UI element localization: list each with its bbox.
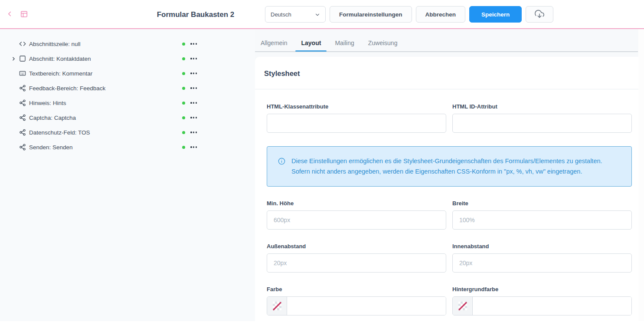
- width-input[interactable]: [452, 210, 632, 230]
- field-color: Farbe: [267, 286, 446, 315]
- info-icon: [278, 158, 285, 177]
- header-controls: Deutsch Formulareinstellungen Abbrechen …: [265, 6, 553, 23]
- item-menu-button[interactable]: [190, 86, 197, 89]
- field-label: Außenabstand: [267, 243, 446, 250]
- field-label: Innenabstand: [452, 243, 632, 250]
- item-menu-button[interactable]: [190, 57, 197, 60]
- sidebar-item-label: Abschnitt: Kontaktdaten: [29, 56, 91, 62]
- html-id-input[interactable]: [452, 114, 632, 133]
- field-label: HTML-Klassenattribute: [267, 103, 446, 110]
- sidebar-item-label: Senden: Senden: [29, 144, 73, 151]
- sidebar-item-abschnitt[interactable]: Abschnitt: Kontaktdaten: [0, 51, 208, 66]
- field-html-classes: HTML-Klassenattribute: [267, 103, 446, 133]
- background-color-picker-button[interactable]: [453, 297, 473, 315]
- language-select[interactable]: Deutsch: [265, 6, 326, 23]
- tab-mailing[interactable]: Mailing: [329, 29, 360, 51]
- page-title: Formular Baukasten 2: [157, 0, 235, 29]
- field-html-id: HTML ID-Attribut: [452, 103, 632, 133]
- header-left-icons: [6, 0, 28, 29]
- sidebar-item-label: Feedback-Bereich: Feedback: [29, 85, 105, 92]
- share-icon: [19, 144, 26, 151]
- field-width: Breite: [452, 200, 632, 230]
- sidebar-item-label: Abschnittszeile: null: [29, 41, 81, 47]
- sidebar-item-label: Captcha: Captcha: [29, 115, 76, 121]
- cancel-button[interactable]: Abbrechen: [416, 6, 466, 23]
- language-select-value: Deutsch: [271, 11, 291, 18]
- info-text: Diese Einstellungen ermöglichen es die S…: [291, 156, 614, 177]
- cloud-download-icon: [535, 9, 544, 20]
- item-menu-button[interactable]: [190, 101, 197, 104]
- sidebar-item-label: Textbereich: Kommentar: [29, 70, 92, 77]
- section-heading: Stylesheet: [264, 69, 644, 78]
- tab-zuweisung[interactable]: Zuweisung: [363, 29, 403, 51]
- scrollbar-track[interactable]: [638, 29, 644, 321]
- sidebar-item-label: Datenschutz-Feld: TOS: [29, 129, 90, 136]
- status-dot: [182, 87, 185, 90]
- tab-allgemein[interactable]: Allgemein: [255, 29, 293, 51]
- workspace: Abschnittszeile: null Abschnitt: Kontakt…: [0, 29, 644, 321]
- color-input[interactable]: [287, 297, 446, 315]
- stylesheet-card: Stylesheet HTML-Klassenattribute HTML ID…: [255, 57, 644, 321]
- back-button[interactable]: [6, 10, 13, 19]
- sidebar-item-label: Hinweis: Hints: [29, 100, 66, 106]
- sidebar-item-senden[interactable]: Senden: Senden: [0, 140, 208, 154]
- status-dot: [182, 102, 185, 105]
- sidebar-item-datenschutz[interactable]: Datenschutz-Feld: TOS: [0, 125, 208, 140]
- tab-bar: Allgemein Layout Mailing Zuweisung: [255, 29, 644, 52]
- field-label: Hintergrundfarbe: [452, 286, 632, 292]
- sidebar-item-hinweis[interactable]: Hinweis: Hints: [0, 95, 208, 110]
- field-label: Breite: [452, 200, 632, 207]
- code-icon: [19, 40, 26, 47]
- field-padding: Innenabstand: [452, 243, 632, 273]
- field-label: Min. Höhe: [267, 200, 446, 207]
- status-dot: [182, 57, 185, 60]
- color-picker-button[interactable]: [267, 297, 287, 315]
- item-menu-button[interactable]: [190, 131, 197, 134]
- share-icon: [19, 129, 26, 136]
- layout-icon: [20, 10, 28, 20]
- app-header: Formular Baukasten 2 Deutsch Formularein…: [0, 0, 644, 29]
- form-elements-sidebar: Abschnittszeile: null Abschnitt: Kontakt…: [0, 29, 255, 321]
- settings-panel: Allgemein Layout Mailing Zuweisung Style…: [255, 29, 644, 321]
- form-builder-button[interactable]: [20, 10, 28, 20]
- padding-input[interactable]: [452, 253, 632, 273]
- background-color-input[interactable]: [473, 297, 631, 315]
- textarea-icon: [19, 70, 26, 77]
- share-icon: [19, 85, 26, 92]
- status-dot: [182, 72, 185, 75]
- min-height-input[interactable]: [267, 210, 446, 230]
- save-button[interactable]: Speichern: [469, 6, 522, 23]
- chevron-left-icon: [6, 10, 13, 19]
- sidebar-item-textbereich[interactable]: Textbereich: Kommentar: [0, 66, 208, 81]
- export-button[interactable]: [526, 6, 553, 23]
- field-background-color: Hintergrundfarbe: [452, 286, 632, 315]
- item-menu-button[interactable]: [190, 42, 197, 45]
- item-menu-button[interactable]: [190, 72, 197, 75]
- no-color-icon: [458, 302, 467, 310]
- tab-layout[interactable]: Layout: [295, 29, 327, 51]
- sidebar-item-feedback[interactable]: Feedback-Bereich: Feedback: [0, 81, 208, 95]
- field-margin: Außenabstand: [267, 243, 446, 273]
- sidebar-item-captcha[interactable]: Captcha: Captcha: [0, 110, 208, 125]
- field-label: HTML ID-Attribut: [452, 103, 632, 110]
- no-color-icon: [273, 302, 281, 310]
- chevron-right-icon[interactable]: [11, 56, 19, 62]
- status-dot: [182, 43, 185, 46]
- section-icon: [19, 55, 26, 62]
- status-dot: [182, 116, 185, 119]
- status-dot: [182, 146, 185, 149]
- field-label: Farbe: [267, 286, 446, 292]
- item-menu-button[interactable]: [190, 145, 197, 148]
- share-icon: [19, 114, 26, 121]
- info-banner: Diese Einstellungen ermöglichen es die S…: [267, 146, 632, 187]
- sidebar-item-abschnittszeile[interactable]: Abschnittszeile: null: [0, 36, 208, 51]
- field-min-height: Min. Höhe: [267, 200, 446, 230]
- margin-input[interactable]: [267, 253, 446, 273]
- status-dot: [182, 131, 185, 134]
- form-settings-button[interactable]: Formulareinstellungen: [330, 6, 412, 23]
- html-classes-input[interactable]: [267, 114, 446, 133]
- share-icon: [19, 99, 26, 106]
- item-menu-button[interactable]: [190, 116, 197, 119]
